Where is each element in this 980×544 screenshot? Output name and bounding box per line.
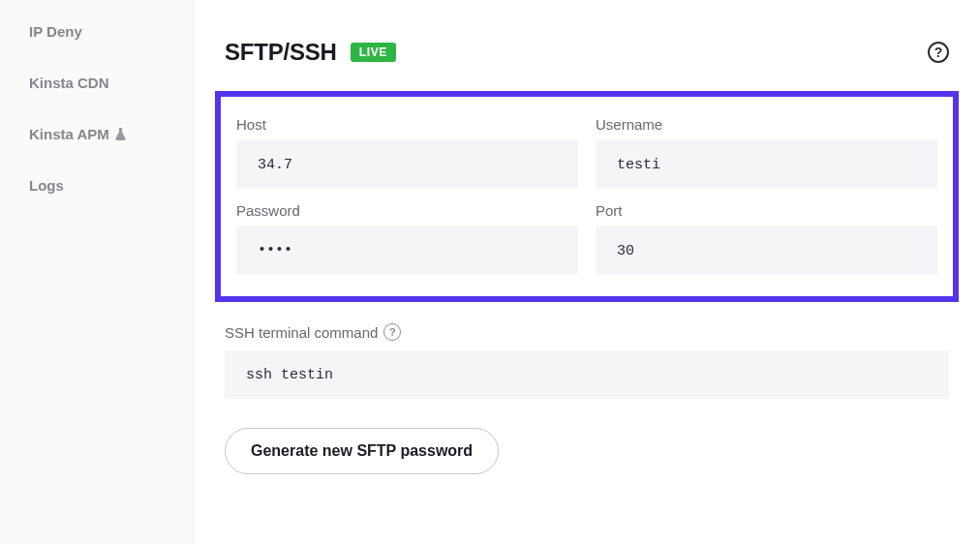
ssh-command-value[interactable]: ssh testin (225, 350, 949, 399)
password-value[interactable]: •••• (236, 227, 578, 274)
sidebar-item-label: IP Deny (29, 23, 82, 40)
help-icon[interactable]: ? (383, 323, 401, 341)
page-header: SFTP/SSH LIVE ? (215, 39, 959, 66)
redacted-segment (292, 156, 380, 173)
username-value[interactable]: testi (596, 140, 937, 189)
redacted-segment (634, 242, 721, 259)
redacted-segment (333, 366, 643, 383)
sidebar-item-label: Kinsta APM (29, 126, 109, 142)
redacted-segment (660, 156, 748, 173)
sidebar-item-label: Logs (29, 177, 64, 194)
username-label: Username (596, 116, 937, 133)
environment-badge: LIVE (351, 43, 396, 62)
username-field: Username testi (596, 116, 937, 189)
generate-password-button[interactable]: Generate new SFTP password (225, 428, 499, 474)
password-field: Password •••• (236, 202, 578, 275)
ssh-command-section: SSH terminal command ? ssh testin (215, 323, 959, 399)
sidebar-item-logs[interactable]: Logs (0, 160, 193, 211)
port-field: Port 30 (596, 202, 937, 275)
sidebar-item-kinsta-apm[interactable]: Kinsta APM (0, 108, 193, 160)
main-content: SFTP/SSH LIVE ? Host 34.7 Username testi… (194, 0, 980, 544)
ssh-command-label: SSH terminal command ? (225, 323, 949, 341)
flask-icon (115, 128, 126, 140)
page-title: SFTP/SSH (225, 39, 337, 66)
sidebar-item-label: Kinsta CDN (29, 75, 109, 91)
host-field: Host 34.7 (236, 116, 578, 189)
credentials-panel: Host 34.7 Username testi Password •••• P… (215, 91, 959, 302)
sidebar-item-kinsta-cdn[interactable]: Kinsta CDN (0, 57, 193, 108)
port-label: Port (596, 202, 937, 219)
sidebar: IP Deny Kinsta CDN Kinsta APM Logs (0, 0, 194, 544)
password-label: Password (236, 202, 578, 219)
sidebar-item-ip-deny[interactable]: IP Deny (0, 6, 193, 57)
header-left: SFTP/SSH LIVE (225, 39, 396, 66)
host-value[interactable]: 34.7 (236, 140, 578, 189)
host-label: Host (236, 116, 578, 133)
help-icon[interactable]: ? (928, 42, 949, 63)
actions: Generate new SFTP password (215, 428, 959, 474)
port-value[interactable]: 30 (596, 227, 937, 275)
